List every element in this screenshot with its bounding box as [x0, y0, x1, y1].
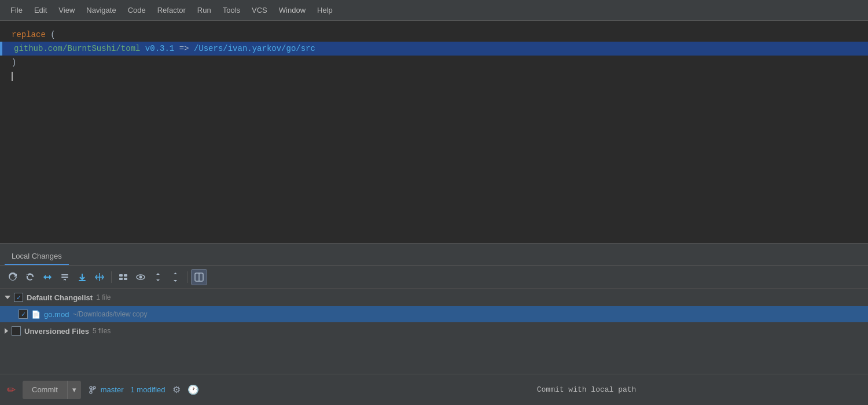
code-line-1: replace (	[0, 28, 868, 42]
code-editor[interactable]: replace ( github.com/BurntSushi/toml v0.…	[0, 21, 868, 243]
toolbar-separator-2	[187, 271, 187, 283]
commit-button-group: Commit ▾	[23, 381, 81, 399]
svg-rect-0	[61, 274, 68, 275]
expand-icon	[5, 296, 10, 299]
branch-info: master	[88, 385, 124, 395]
local-changes-tab[interactable]: Local Changes	[5, 248, 69, 265]
svg-rect-5	[119, 278, 123, 280]
layout-button[interactable]	[191, 269, 207, 285]
commit-dropdown-button[interactable]: ▾	[68, 381, 81, 399]
rollback-button[interactable]	[22, 269, 38, 285]
pencil-icon[interactable]: ✏	[7, 384, 16, 396]
menu-refactor[interactable]: Refactor	[152, 3, 192, 17]
svg-rect-2	[79, 280, 86, 281]
local-changes-panel: Local Changes	[0, 243, 868, 405]
file-row-gomod[interactable]: ✓ 📄 go.mod ~/Downloads/tview copy	[0, 306, 868, 322]
svg-rect-6	[124, 278, 127, 280]
unversioned-files-header[interactable]: Unversioned Files 5 files	[0, 322, 868, 340]
menu-view[interactable]: View	[53, 3, 80, 17]
svg-rect-1	[61, 277, 68, 278]
eye-button[interactable]	[133, 269, 149, 285]
bottom-bar: ✏ Commit ▾ master 1 modified ⚙ 🕐 Commit …	[0, 374, 868, 405]
menu-help[interactable]: Help	[311, 3, 339, 17]
menu-navigate[interactable]: Navigate	[80, 3, 122, 17]
unversioned-count: 5 files	[93, 327, 111, 335]
unversioned-name: Unversioned Files	[24, 327, 89, 336]
shelf-button[interactable]	[57, 269, 73, 285]
svg-point-12	[90, 391, 92, 393]
toolbar-separator-1	[111, 271, 112, 283]
settings-icon[interactable]: ⚙	[172, 384, 181, 395]
collapse-all-button[interactable]	[167, 269, 183, 285]
modified-count: 1 modified	[131, 385, 165, 394]
svg-point-8	[139, 275, 142, 278]
menu-vcs[interactable]: VCS	[246, 3, 273, 17]
refresh-button[interactable]	[5, 269, 21, 285]
code-line-4	[0, 69, 868, 83]
changelist-tree[interactable]: ✓ Default Changelist 1 file ✓ 📄 go.mod ~…	[0, 289, 868, 374]
code-version: v0.3.1	[145, 44, 174, 53]
file-checkbox[interactable]: ✓	[19, 310, 28, 319]
menu-code[interactable]: Code	[122, 3, 152, 17]
default-changelist-header[interactable]: ✓ Default Changelist 1 file	[0, 289, 868, 306]
changelist-checkbox[interactable]: ✓	[14, 293, 23, 302]
update-button[interactable]	[74, 269, 90, 285]
menu-tools[interactable]: Tools	[217, 3, 246, 17]
dropdown-arrow-icon: ▾	[72, 385, 76, 394]
menu-file[interactable]: File	[5, 3, 28, 17]
code-line-2: github.com/BurntSushi/toml v0.3.1 => /Us…	[0, 42, 868, 56]
changelist-name: Default Changelist	[27, 293, 93, 302]
menu-window[interactable]: Window	[273, 3, 311, 17]
code-package: github.com/BurntSushi/toml	[14, 44, 145, 53]
panel-tab-bar: Local Changes	[0, 244, 868, 266]
commit-button[interactable]: Commit	[23, 381, 68, 399]
status-text: Commit with local path	[537, 385, 861, 394]
svg-rect-4	[124, 274, 127, 277]
code-path: /Users/ivan.yarkov/go/src	[194, 44, 315, 53]
move-button[interactable]	[91, 269, 108, 285]
group-button[interactable]	[115, 269, 131, 285]
menu-edit[interactable]: Edit	[28, 3, 53, 17]
file-path: ~/Downloads/tview copy	[72, 310, 147, 318]
unversioned-checkbox[interactable]	[12, 326, 21, 336]
file-type-icon: 📄	[31, 310, 41, 319]
diff-button[interactable]	[39, 269, 56, 285]
keyword-replace: replace	[12, 30, 46, 39]
changelist-count: 1 file	[96, 293, 111, 301]
file-name: go.mod	[44, 310, 69, 319]
expand-all-button[interactable]	[150, 269, 166, 285]
menu-run[interactable]: Run	[192, 3, 217, 17]
history-icon[interactable]: 🕐	[187, 384, 199, 395]
branch-name: master	[101, 385, 124, 394]
panel-toolbar	[0, 266, 868, 289]
menu-bar: File Edit View Navigate Code Refactor Ru…	[0, 0, 868, 21]
svg-point-11	[90, 386, 92, 389]
text-cursor	[12, 72, 13, 81]
branch-icon	[88, 385, 97, 395]
code-line-3: )	[0, 56, 868, 69]
svg-rect-3	[119, 274, 123, 277]
collapsed-icon	[5, 328, 8, 334]
